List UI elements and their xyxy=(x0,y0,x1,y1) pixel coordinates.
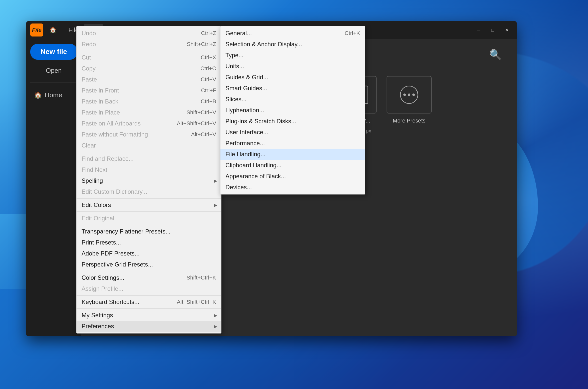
new-file-button[interactable]: New file xyxy=(30,44,77,60)
svg-point-16 xyxy=(412,94,415,96)
pref-selection-anchor[interactable]: Selection & Anchor Display... xyxy=(220,39,365,50)
menu-color-settings[interactable]: Color Settings... Shift+Ctrl+K xyxy=(77,272,221,283)
menu-clear[interactable]: Clear xyxy=(77,140,221,151)
menu-edit-dictionary[interactable]: Edit Custom Dictionary... xyxy=(77,186,221,197)
pref-file-handling[interactable]: File Handling... xyxy=(220,149,365,160)
menu-assign-profile[interactable]: Assign Profile... xyxy=(77,283,221,294)
pref-general[interactable]: General... Ctrl+K xyxy=(220,28,365,39)
separator-6 xyxy=(77,271,221,271)
svg-point-15 xyxy=(408,94,410,96)
svg-point-14 xyxy=(403,94,406,96)
separator-5 xyxy=(77,225,221,225)
pref-guides-grid[interactable]: Guides & Grid... xyxy=(220,72,365,83)
sidebar: New file Open 🏠 Home xyxy=(26,39,81,336)
pref-clipboard[interactable]: Clipboard Handling... xyxy=(220,160,365,171)
ai-logo: File xyxy=(30,24,43,36)
open-button[interactable]: Open xyxy=(30,64,77,78)
pref-appearance-black[interactable]: Appearance of Black... xyxy=(220,171,365,182)
menu-perspective-presets[interactable]: Perspective Grid Presets... xyxy=(77,259,221,270)
separator-1 xyxy=(77,51,221,51)
pref-plugins-scratch[interactable]: Plug-ins & Scratch Disks... xyxy=(220,116,365,127)
menu-paste-place[interactable]: Paste in Place Shift+Ctrl+V xyxy=(77,107,221,118)
separator-3 xyxy=(77,198,221,198)
pref-smart-guides[interactable]: Smart Guides... xyxy=(220,83,365,94)
pref-slices[interactable]: Slices... xyxy=(220,94,365,105)
menu-spelling[interactable]: Spelling xyxy=(77,175,221,186)
maximize-button[interactable]: □ xyxy=(487,26,499,34)
menu-keyboard-shortcuts[interactable]: Keyboard Shortcuts... Alt+Shift+Ctrl+K xyxy=(77,296,221,308)
pref-hyphenation[interactable]: Hyphenation... xyxy=(220,105,365,116)
menu-paste-back[interactable]: Paste in Back Ctrl+B xyxy=(77,96,221,107)
menu-find-replace[interactable]: Find and Replace... xyxy=(77,153,221,164)
separator-2 xyxy=(77,152,221,152)
home-nav-icon: 🏠 xyxy=(34,92,42,99)
menu-transparency-presets[interactable]: Transparency Flattener Presets... xyxy=(77,226,221,237)
preset-more[interactable]: More Presets xyxy=(387,76,432,124)
sidebar-item-home[interactable]: 🏠 Home xyxy=(30,88,77,102)
menu-redo[interactable]: Redo Shift+Ctrl+Z xyxy=(77,39,221,50)
menu-cut[interactable]: Cut Ctrl+X xyxy=(77,52,221,63)
menu-paste-front[interactable]: Paste in Front Ctrl+F xyxy=(77,85,221,96)
home-icon-button[interactable]: 🏠 xyxy=(46,24,59,36)
menu-pdf-presets[interactable]: Adobe PDF Presets... xyxy=(77,248,221,259)
menu-edit-original[interactable]: Edit Original xyxy=(77,213,221,224)
pref-devices[interactable]: Devices... xyxy=(220,182,365,193)
menu-paste-noformat[interactable]: Paste without Formatting Alt+Ctrl+V xyxy=(77,129,221,140)
sidebar-divider xyxy=(30,82,77,83)
menu-print-presets[interactable]: Print Presets... xyxy=(77,237,221,248)
more-presets-label: More Presets xyxy=(393,118,426,124)
menu-my-settings[interactable]: My Settings xyxy=(77,310,221,321)
window-controls: ─ □ ✕ xyxy=(473,26,513,34)
separator-8 xyxy=(77,308,221,309)
preferences-submenu: General... Ctrl+K Selection & Anchor Dis… xyxy=(220,26,365,194)
separator-4 xyxy=(77,212,221,212)
pref-type[interactable]: Type... xyxy=(220,50,365,61)
menu-edit-colors[interactable]: Edit Colors xyxy=(77,200,221,210)
pref-user-interface[interactable]: User Interface... xyxy=(220,127,365,138)
search-icon[interactable]: 🔍 xyxy=(489,49,502,60)
menu-copy[interactable]: Copy Ctrl+C xyxy=(77,63,221,74)
menu-preferences[interactable]: Preferences xyxy=(77,321,221,332)
menu-paste[interactable]: Paste Ctrl+V xyxy=(77,74,221,85)
menu-undo[interactable]: Undo Ctrl+Z xyxy=(77,28,221,39)
edit-dropdown-menu: Undo Ctrl+Z Redo Shift+Ctrl+Z Cut Ctrl+X… xyxy=(76,26,221,334)
menu-paste-artboards[interactable]: Paste on All Artboards Alt+Shift+Ctrl+V xyxy=(77,118,221,129)
close-button[interactable]: ✕ xyxy=(501,26,513,34)
minimize-button[interactable]: ─ xyxy=(473,26,485,34)
more-icon xyxy=(399,85,419,105)
pref-units[interactable]: Units... xyxy=(220,61,365,72)
menu-find-next[interactable]: Find Next xyxy=(77,164,221,175)
preset-more-box[interactable] xyxy=(387,76,432,114)
separator-7 xyxy=(77,295,221,296)
pref-performance[interactable]: Performance... xyxy=(220,138,365,149)
